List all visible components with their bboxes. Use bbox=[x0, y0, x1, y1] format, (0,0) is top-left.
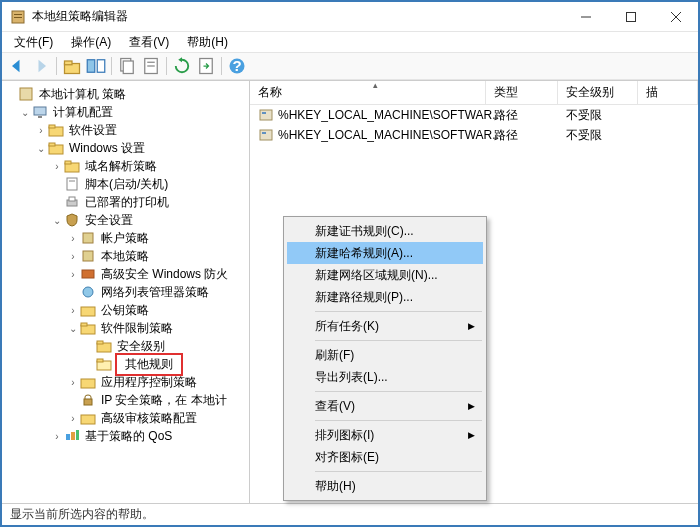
tree-windows-settings[interactable]: ⌄Windows 设置 bbox=[2, 139, 249, 157]
tree-audit[interactable]: ›高级审核策略配置 bbox=[2, 409, 249, 427]
chevron-down-icon[interactable]: ⌄ bbox=[66, 323, 80, 334]
ctx-label: 所有任务(K) bbox=[315, 318, 379, 335]
svg-rect-44 bbox=[84, 399, 92, 405]
svg-rect-47 bbox=[71, 432, 75, 440]
list-row[interactable]: %HKEY_LOCAL_MACHINE\SOFTWAR... 路径 不受限 bbox=[250, 105, 698, 125]
tree-wfas[interactable]: ›高级安全 Windows 防火 bbox=[2, 265, 249, 283]
copy-button[interactable] bbox=[116, 55, 138, 77]
registry-icon bbox=[258, 127, 274, 143]
tree-root[interactable]: 本地计算机 策略 bbox=[2, 85, 249, 103]
svg-rect-20 bbox=[34, 107, 46, 115]
svg-rect-33 bbox=[83, 251, 93, 261]
column-name[interactable]: ▴名称 bbox=[250, 81, 486, 104]
refresh-button[interactable] bbox=[171, 55, 193, 77]
menu-help[interactable]: 帮助(H) bbox=[179, 32, 236, 53]
chevron-right-icon[interactable]: › bbox=[66, 269, 80, 280]
ctx-new-cert-rule[interactable]: 新建证书规则(C)... bbox=[287, 220, 483, 242]
tree-srp[interactable]: ⌄软件限制策略 bbox=[2, 319, 249, 337]
chevron-right-icon[interactable]: › bbox=[50, 431, 64, 442]
tree-panel[interactable]: 本地计算机 策略 ⌄ 计算机配置 ›软件设置 bbox=[2, 81, 250, 503]
ctx-help[interactable]: 帮助(H) bbox=[287, 475, 483, 497]
policy-icon bbox=[80, 248, 96, 264]
ctx-arrange-icons[interactable]: 排列图标(I)▶ bbox=[287, 424, 483, 446]
folder-icon bbox=[48, 122, 64, 138]
tree-label: 公钥策略 bbox=[99, 301, 151, 320]
tree-label: 应用程序控制策略 bbox=[99, 373, 199, 392]
chevron-right-icon[interactable]: › bbox=[66, 377, 80, 388]
tree-qos[interactable]: ›基于策略的 QoS bbox=[2, 427, 249, 445]
svg-rect-21 bbox=[38, 116, 42, 118]
script-icon bbox=[64, 176, 80, 192]
chevron-right-icon[interactable]: › bbox=[50, 161, 64, 172]
ctx-new-hash-rule[interactable]: 新建哈希规则(A)... bbox=[287, 242, 483, 264]
maximize-button[interactable] bbox=[608, 2, 653, 31]
ctx-view[interactable]: 查看(V)▶ bbox=[287, 395, 483, 417]
svg-rect-27 bbox=[65, 161, 71, 164]
chevron-down-icon[interactable]: ⌄ bbox=[50, 215, 64, 226]
ctx-align-icons[interactable]: 对齐图标(E) bbox=[287, 446, 483, 468]
tree-pubkey[interactable]: ›公钥策略 bbox=[2, 301, 249, 319]
tree-security-settings[interactable]: ⌄安全设置 bbox=[2, 211, 249, 229]
ctx-new-path-rule[interactable]: 新建路径规则(P)... bbox=[287, 286, 483, 308]
chevron-right-icon[interactable]: › bbox=[66, 305, 80, 316]
svg-rect-9 bbox=[87, 60, 95, 73]
chevron-right-icon[interactable]: › bbox=[66, 413, 80, 424]
ctx-refresh[interactable]: 刷新(F) bbox=[287, 344, 483, 366]
tree-scripts[interactable]: 脚本(启动/关机) bbox=[2, 175, 249, 193]
properties-button[interactable] bbox=[140, 55, 162, 77]
tree-nlm[interactable]: 网络列表管理器策略 bbox=[2, 283, 249, 301]
tree-label: 高级安全 Windows 防火 bbox=[99, 265, 230, 284]
tree-computer-config[interactable]: ⌄ 计算机配置 bbox=[2, 103, 249, 121]
titlebar[interactable]: 本地组策略编辑器 bbox=[2, 2, 698, 32]
ctx-export[interactable]: 导出列表(L)... bbox=[287, 366, 483, 388]
back-button[interactable] bbox=[6, 55, 28, 77]
menu-view[interactable]: 查看(V) bbox=[121, 32, 177, 53]
column-desc[interactable]: 描 bbox=[638, 81, 698, 104]
list-row[interactable]: %HKEY_LOCAL_MACHINE\SOFTWAR... 路径 不受限 bbox=[250, 125, 698, 145]
svg-rect-19 bbox=[20, 88, 32, 100]
chevron-right-icon[interactable]: › bbox=[34, 125, 48, 136]
export-button[interactable] bbox=[195, 55, 217, 77]
menu-file[interactable]: 文件(F) bbox=[6, 32, 61, 53]
svg-rect-52 bbox=[262, 132, 266, 134]
key-icon bbox=[80, 302, 96, 318]
up-button[interactable] bbox=[61, 55, 83, 77]
close-button[interactable] bbox=[653, 2, 698, 31]
tree-account-policy[interactable]: ›帐户策略 bbox=[2, 229, 249, 247]
tree-label: 基于策略的 QoS bbox=[83, 427, 174, 446]
svg-rect-34 bbox=[82, 270, 94, 278]
tree-other-rules[interactable]: 其他规则 bbox=[2, 355, 249, 373]
tree-software-settings[interactable]: ›软件设置 bbox=[2, 121, 249, 139]
column-security[interactable]: 安全级别 bbox=[558, 81, 638, 104]
ctx-new-zone-rule[interactable]: 新建网络区域规则(N)... bbox=[287, 264, 483, 286]
help-button[interactable]: ? bbox=[226, 55, 248, 77]
chevron-down-icon[interactable]: ⌄ bbox=[18, 107, 32, 118]
tree-appctrl[interactable]: ›应用程序控制策略 bbox=[2, 373, 249, 391]
registry-icon bbox=[258, 107, 274, 123]
tree-label: 高级审核策略配置 bbox=[99, 409, 199, 428]
tree-dns-policy[interactable]: ›域名解析策略 bbox=[2, 157, 249, 175]
folder-icon bbox=[48, 140, 64, 156]
svg-rect-23 bbox=[49, 125, 55, 128]
tree-label: 安全设置 bbox=[83, 211, 135, 230]
chevron-down-icon[interactable]: ⌄ bbox=[34, 143, 48, 154]
ctx-label: 排列图标(I) bbox=[315, 427, 374, 444]
window-controls bbox=[563, 2, 698, 31]
svg-rect-32 bbox=[83, 233, 93, 243]
menu-action[interactable]: 操作(A) bbox=[63, 32, 119, 53]
tree-printers[interactable]: 已部署的打印机 bbox=[2, 193, 249, 211]
column-type[interactable]: 类型 bbox=[486, 81, 558, 104]
tree-ipsec[interactable]: IP 安全策略，在 本地计 bbox=[2, 391, 249, 409]
svg-rect-38 bbox=[81, 323, 87, 326]
minimize-button[interactable] bbox=[563, 2, 608, 31]
ctx-all-tasks[interactable]: 所有任务(K)▶ bbox=[287, 315, 483, 337]
tree-label: IP 安全策略，在 本地计 bbox=[99, 391, 229, 410]
svg-rect-40 bbox=[97, 341, 103, 344]
chevron-right-icon[interactable]: › bbox=[66, 251, 80, 262]
chevron-right-icon[interactable]: › bbox=[66, 233, 80, 244]
tree-local-policy[interactable]: ›本地策略 bbox=[2, 247, 249, 265]
show-hide-button[interactable] bbox=[85, 55, 107, 77]
svg-rect-25 bbox=[49, 143, 55, 146]
forward-button[interactable] bbox=[30, 55, 52, 77]
separator bbox=[315, 340, 482, 341]
